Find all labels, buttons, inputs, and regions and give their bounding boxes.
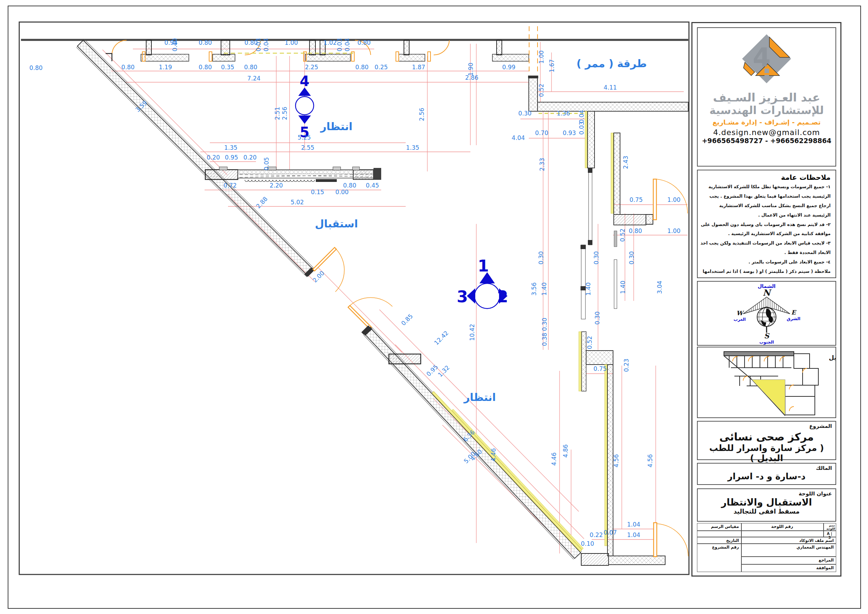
sheet-title-line2: مسقط افقى للتجاليد	[698, 508, 835, 515]
section-marker-1-2-3: 1 2 3	[457, 256, 508, 309]
notes-title: ملاحظات عامة	[698, 170, 835, 182]
dimension-label: 0.52	[619, 229, 626, 242]
dimension-label: 0.45	[366, 182, 379, 189]
keyplan-drawing: الدليل	[698, 347, 835, 417]
dimension-label: 1.32	[436, 364, 451, 378]
project-label: المشروع	[809, 423, 832, 429]
room-label-reception: استقبال	[315, 218, 358, 230]
dimension-label: 0.80	[198, 39, 212, 46]
dimension-label: 4.56	[613, 454, 620, 468]
reception-double-door	[304, 247, 392, 335]
project-box: المشروع مركز صحى نسائى ( مركز سارة واسرا…	[697, 421, 836, 460]
note-line: ٢- قد لايتم نسخ هذه الرسومات باى وسيلة د…	[698, 220, 835, 239]
compass-s: S	[764, 332, 770, 340]
company-services: تصـميم - إشـراف - إدارة مشـاريع	[698, 118, 835, 126]
dimension-label: 1.87	[412, 64, 425, 71]
dimension-label: 0.35	[221, 64, 234, 71]
owner-label: المالك	[816, 465, 832, 471]
sheet-number-value	[741, 531, 824, 537]
dimension-label: 0.95	[425, 363, 439, 378]
dimension-label: 0.93	[563, 129, 576, 137]
top-wall	[21, 39, 688, 41]
dimension-label: 1.02	[324, 39, 337, 46]
sheet-size-label: حجم اللوحة	[824, 523, 836, 531]
compass-e: E	[791, 309, 797, 316]
dimension-label: 0.30	[594, 311, 601, 325]
dimension-lines	[102, 42, 688, 553]
acad-file-label: اسم ملف الاتوكاد	[741, 537, 836, 544]
dimension-label: 0.80	[355, 64, 369, 71]
dimension-label: 2.56	[418, 108, 425, 121]
section-marker-4-5: 4 5	[296, 73, 314, 140]
scale-value	[697, 531, 741, 537]
dimension-label: 4.46	[550, 452, 558, 466]
diagonal-pier	[389, 354, 421, 364]
sheet-title-line1: الاستقبال والانتظار	[698, 497, 835, 508]
dimension-label: 0.00	[335, 188, 349, 196]
dimension-label: 1.00	[667, 196, 680, 203]
dimension-label: 0.30	[628, 251, 635, 264]
dimension-label: 3.04	[656, 281, 663, 294]
compass-south-ar: الجنوب	[759, 340, 774, 345]
dimension-label: 1.19	[159, 64, 172, 71]
dimension-label: 2.20	[270, 182, 283, 189]
dimension-label: 0.03	[336, 38, 343, 51]
info-table: مقياس الرسم رقم اللوحة حجم اللوحة A | 3 …	[697, 523, 836, 572]
dimension-label: 5.25	[298, 134, 311, 141]
dimension-label: 4.56	[646, 454, 654, 468]
dimension-label: 0.04	[344, 38, 351, 51]
dimension-label: 10.42	[469, 324, 476, 341]
keyplan-box: الدليل	[697, 347, 836, 418]
note-line: ١- جميع الرسومات ونسخها تظل ملكا للشركة …	[698, 182, 835, 220]
room-label-waiting-2: انتظار	[463, 391, 496, 403]
dimension-label: 2.43	[622, 156, 629, 169]
project-subname: ( مركز سارة واسرار للطب البديل )	[698, 443, 835, 463]
dimension-label: 0.80	[343, 182, 356, 189]
dimension-label: 12.42	[432, 329, 450, 347]
dimension-label: 1.35	[406, 144, 419, 151]
dimension-label: 1.67	[548, 59, 555, 72]
dimension-label: 4.46	[490, 448, 497, 462]
dimension-label: 0.30	[538, 251, 544, 264]
dimension-label: 0.15	[311, 188, 324, 196]
dimension-label: 1.36	[557, 110, 570, 117]
compass-box: الشمال N W الغرب E الشرق S الجنوب	[697, 281, 836, 346]
dimension-label: 0.03	[578, 121, 585, 135]
dimension-label: 2.86	[465, 74, 478, 81]
dimension-label: 1.40	[619, 281, 626, 294]
project-name: مركز صحى نسائى	[698, 431, 835, 443]
dimension-label: 0.25	[375, 64, 388, 71]
sheet-number-label: رقم اللوحة	[741, 523, 824, 531]
project-number-label: رقم المشروع	[697, 544, 741, 572]
sheet-title-label: عنوان اللوحة	[799, 491, 832, 497]
compass-w: W	[736, 309, 744, 317]
north-arrow: الشمال N W الغرب E الشرق S الجنوب	[698, 281, 835, 345]
dimension-label: 0.99	[502, 64, 516, 71]
sheet-title-box: عنوان اللوحة الاستقبال والانتظار مسقط اف…	[697, 488, 836, 522]
owner-name: د-سارة و د- اسرار	[698, 471, 835, 482]
dimension-label: 0.80	[121, 64, 135, 71]
dimension-label: 0.80	[357, 39, 371, 46]
dimension-label: 0.72	[223, 182, 237, 189]
room-label-corridor: طرقة ( ممر )	[577, 58, 647, 70]
marker-3-number: 3	[457, 287, 468, 306]
marker-2-number: 2	[497, 287, 508, 306]
right-walls	[579, 111, 653, 556]
dimension-label: 0.30	[518, 110, 532, 117]
dimension-label: 1.00	[667, 227, 680, 235]
company-email: 4.design.new@gmail.com	[698, 128, 835, 137]
dimension-label: 0.10	[581, 540, 594, 547]
dimension-label: 1.40	[541, 282, 548, 295]
dimension-label: 0.52	[586, 336, 593, 349]
dimension-label: 0.22	[590, 532, 603, 538]
diagonal-wall-upper	[76, 39, 315, 277]
dimension-label: 0.80	[629, 227, 642, 235]
dimension-label: 3.56	[530, 282, 538, 295]
dimension-label: 0.05	[263, 157, 270, 170]
dimension-label: 1.04	[627, 532, 640, 538]
dimension-label: 0.23	[623, 359, 630, 372]
references-label: المراجع	[741, 556, 836, 564]
sheet-size-value: A | 3	[824, 531, 836, 537]
dimension-label: 2.25	[305, 64, 318, 71]
dimension-label: 0.04	[578, 110, 585, 123]
